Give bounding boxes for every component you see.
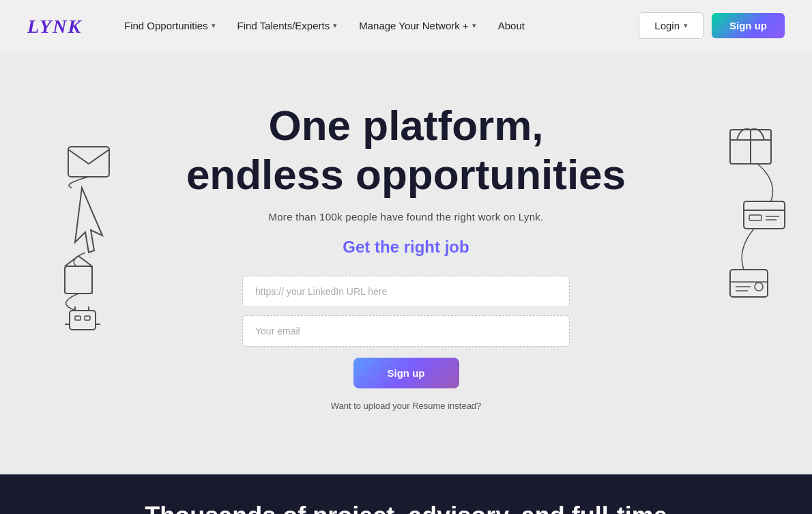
svg-rect-2 — [65, 266, 92, 294]
bottom-heading: Thousands of project, advisory, and full… — [145, 502, 667, 514]
chevron-down-icon: ▾ — [472, 21, 476, 30]
hero-form: Sign up Want to upload your Resume inste… — [242, 276, 570, 411]
email-input[interactable] — [242, 315, 570, 347]
resume-upload-link[interactable]: Want to upload your Resume instead? — [331, 401, 482, 411]
svg-rect-14 — [744, 201, 785, 229]
right-doodle — [676, 92, 798, 341]
nav-links: Find Opportunities ▾ Find Talents/Expert… — [115, 14, 639, 37]
svg-rect-1 — [68, 147, 109, 177]
logo[interactable]: LYNK — [27, 14, 82, 38]
hero-subtitle: More than 100k people have found the rig… — [268, 211, 543, 223]
linkedin-url-input[interactable] — [242, 276, 570, 307]
navbar: LYNK Find Opportunities ▾ Find Talents/E… — [0, 0, 812, 51]
logo-svg: LYNK — [27, 14, 82, 38]
svg-rect-16 — [749, 215, 762, 220]
chevron-down-icon: ▾ — [333, 21, 337, 30]
nav-find-talents[interactable]: Find Talents/Experts ▾ — [228, 14, 347, 37]
nav-about[interactable]: About — [489, 14, 534, 37]
login-button[interactable]: Login ▾ — [639, 12, 704, 39]
svg-rect-19 — [730, 270, 768, 297]
svg-rect-4 — [70, 311, 96, 330]
svg-rect-11 — [730, 130, 771, 164]
hero-title: One platform, endless opportunities — [186, 101, 626, 199]
nav-right: Login ▾ Sign up — [639, 12, 785, 39]
hero-signup-button[interactable]: Sign up — [353, 358, 459, 388]
svg-point-20 — [755, 283, 763, 291]
nav-manage-network[interactable]: Manage Your Network + ▾ — [349, 14, 486, 37]
svg-rect-5 — [75, 316, 81, 320]
hero-section: One platform, endless opportunities More… — [0, 51, 812, 474]
chevron-down-icon: ▾ — [212, 21, 216, 30]
svg-rect-6 — [85, 316, 90, 320]
chevron-down-icon: ▾ — [684, 21, 688, 30]
hero-cta-label: Get the right job — [343, 238, 469, 257]
signup-button-nav[interactable]: Sign up — [712, 13, 785, 38]
svg-text:LYNK: LYNK — [27, 16, 82, 37]
left-doodle — [20, 106, 130, 341]
nav-find-opportunities[interactable]: Find Opportunities ▾ — [115, 14, 225, 37]
bottom-section: Thousands of project, advisory, and full… — [0, 474, 812, 514]
